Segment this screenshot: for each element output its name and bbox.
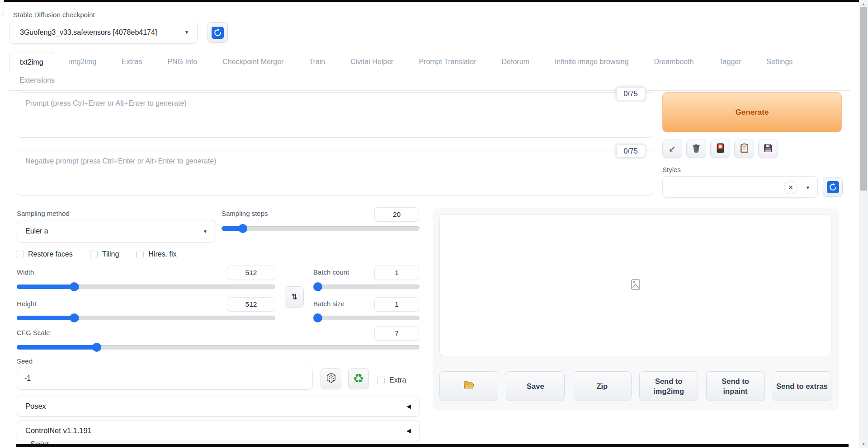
hires-fix-checkbox[interactable] <box>136 251 144 258</box>
batch-size-label: Batch size <box>313 300 344 308</box>
swap-width-height-button[interactable]: ⇅ <box>285 286 304 308</box>
batch-size-slider[interactable] <box>313 313 420 322</box>
styles-clear-icon[interactable]: × <box>784 181 797 194</box>
negative-prompt-input[interactable] <box>17 150 653 196</box>
tab-extras[interactable]: Extras <box>111 52 152 72</box>
tab-civitai-helper[interactable]: Civitai Helper <box>340 52 404 72</box>
paste-generation-params-button[interactable]: ↙ <box>662 140 682 158</box>
sampling-steps-slider[interactable] <box>222 224 420 233</box>
tab-txt2img[interactable]: txt2img <box>9 52 54 72</box>
height-input[interactable] <box>227 297 275 312</box>
refresh-icon <box>827 181 839 193</box>
tab-train[interactable]: Train <box>298 52 335 72</box>
checkpoint-dropdown[interactable]: 3Guofeng3_v33.safetensors [4078eb4174] ▼ <box>9 21 198 44</box>
tab-checkpoint-merger[interactable]: Checkpoint Merger <box>212 52 294 72</box>
tiling-checkbox[interactable] <box>90 251 98 258</box>
cfg-scale-slider[interactable] <box>17 343 420 352</box>
reuse-seed-button[interactable]: ♻ <box>348 368 369 389</box>
styles-refresh-button[interactable] <box>823 177 843 197</box>
tab-tagger[interactable]: Tagger <box>709 52 752 72</box>
width-label: Width <box>17 268 34 276</box>
styles-label: Styles <box>662 166 681 173</box>
extra-seed-option[interactable]: Extra <box>377 376 406 384</box>
restore-faces-option[interactable]: Restore faces <box>16 250 73 258</box>
apply-styles-button[interactable] <box>734 140 754 158</box>
slider-fill <box>17 345 101 350</box>
posex-accordion[interactable]: Posex ◀ <box>17 396 420 417</box>
arrow-down-left-icon: ↙ <box>669 144 676 154</box>
batch-count-input[interactable] <box>374 266 419 280</box>
tab-img2img[interactable]: img2img <box>59 52 107 72</box>
generate-button[interactable]: Generate <box>662 92 842 132</box>
open-folder-button[interactable] <box>439 371 498 401</box>
slider-track[interactable] <box>222 226 420 231</box>
output-image-area <box>439 214 831 356</box>
sampling-method-label: Sampling method <box>17 210 70 217</box>
zip-button[interactable]: Zip <box>573 371 632 401</box>
tab-deforum[interactable]: Deforum <box>491 52 540 72</box>
tab-png-info[interactable]: PNG Info <box>157 52 208 72</box>
chevron-down-icon[interactable]: ▼ <box>806 185 810 190</box>
batch-size-input[interactable] <box>374 297 419 312</box>
floppy-disk-icon <box>764 144 773 154</box>
options-row: Restore faces Tiling Hires. fix <box>16 250 177 258</box>
tab-infinite-image-browsing[interactable]: Infinite image browsing <box>544 52 639 72</box>
slider-thumb[interactable] <box>238 224 247 233</box>
image-placeholder-icon <box>631 279 640 292</box>
prompt-input[interactable] <box>17 92 653 138</box>
slider-thumb[interactable] <box>70 313 79 322</box>
save-style-button[interactable] <box>758 140 778 158</box>
tab-extensions[interactable]: Extensions <box>9 72 65 90</box>
tab-prompt-translator[interactable]: Prompt Translator <box>408 52 486 72</box>
slider-thumb[interactable] <box>313 313 322 322</box>
sampling-steps-input[interactable] <box>374 207 419 222</box>
restore-faces-label: Restore faces <box>28 250 73 258</box>
script-label-clipped: Script <box>30 440 62 444</box>
clear-prompt-button[interactable] <box>686 140 706 158</box>
extra-networks-button[interactable] <box>710 140 730 158</box>
scrollbar-thumb[interactable] <box>860 7 867 191</box>
bottom-divider-bar <box>16 444 849 447</box>
send-to-extras-button[interactable]: Send to extras <box>773 371 831 401</box>
send-to-img2img-button[interactable]: Send to img2img <box>639 371 698 401</box>
random-seed-button[interactable] <box>321 368 341 389</box>
seed-label: Seed <box>17 357 33 365</box>
controlnet-accordion[interactable]: ControlNet v1.1.191 ◀ <box>17 420 420 441</box>
chevron-down-icon: ▼ <box>184 30 189 35</box>
save-button[interactable]: Save <box>506 371 565 401</box>
extra-seed-label: Extra <box>389 376 406 384</box>
page-corner-notch <box>0 0 4 15</box>
slider-thumb[interactable] <box>70 282 79 291</box>
height-slider[interactable] <box>17 313 275 322</box>
scrollbar-up-arrow[interactable]: ▲ <box>859 1 868 7</box>
hires-fix-option[interactable]: Hires. fix <box>136 250 176 258</box>
cfg-scale-input[interactable] <box>374 326 419 341</box>
sampling-method-dropdown[interactable]: Euler a ▼ <box>17 220 216 243</box>
width-input[interactable] <box>227 266 275 280</box>
batch-count-slider[interactable] <box>313 282 420 291</box>
restore-faces-checkbox[interactable] <box>16 251 24 258</box>
scrollbar-down-arrow[interactable]: ▼ <box>859 441 868 447</box>
tab-settings[interactable]: Settings <box>756 52 803 72</box>
slider-track[interactable] <box>313 316 420 320</box>
slider-thumb[interactable] <box>313 282 322 291</box>
recycle-icon: ♻ <box>353 373 364 385</box>
tab-bar: txt2img img2img Extras PNG Info Checkpoi… <box>9 52 859 72</box>
trash-icon <box>691 143 701 155</box>
send-to-inpaint-button[interactable]: Send to inpaint <box>706 371 765 401</box>
checkpoint-label: Stable Diffusion checkpoint <box>13 11 95 19</box>
folder-icon <box>463 381 475 392</box>
seed-input[interactable] <box>17 367 313 390</box>
styles-dropdown[interactable]: × ▼ <box>662 176 818 198</box>
tab-dreambooth[interactable]: Dreambooth <box>644 52 704 72</box>
width-slider[interactable] <box>17 282 275 291</box>
output-button-row: Save Zip Send to img2img Send to inpaint… <box>439 371 831 401</box>
clipboard-icon <box>740 143 749 155</box>
slider-thumb[interactable] <box>92 343 101 352</box>
extra-seed-checkbox[interactable] <box>377 377 385 384</box>
hires-fix-label: Hires. fix <box>148 250 176 258</box>
slider-track[interactable] <box>313 285 420 289</box>
prompt-token-counter: 0/75 <box>616 87 645 100</box>
tiling-option[interactable]: Tiling <box>90 250 119 258</box>
checkpoint-refresh-button[interactable] <box>208 22 228 43</box>
